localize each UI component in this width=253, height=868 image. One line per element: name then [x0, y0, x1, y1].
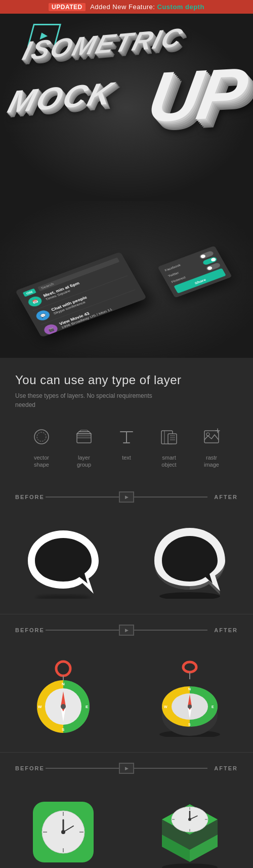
ba-line-left-3	[46, 768, 119, 769]
before-label-1: BEFORE	[15, 494, 46, 500]
layer-icon-vector-shape: vectorshape	[21, 424, 62, 469]
chat-bubble-before-panel	[0, 513, 126, 609]
mockup-layers: Download Facebook Twitter Pinterest Shar…	[15, 206, 238, 348]
svg-point-43	[162, 863, 218, 868]
compass-panels: N S E W	[0, 646, 253, 747]
layer-types-section: You can use any type of layer Use these …	[0, 358, 253, 481]
hero-word-up: UP	[142, 52, 250, 139]
ba-line-right-3	[134, 768, 207, 769]
ba-arrow-1	[119, 491, 134, 503]
layer-group-label: layergroup	[77, 454, 91, 469]
layer-types-subtitle: Use these types of layers. No special re…	[15, 391, 157, 409]
vector-shape-icon	[28, 424, 55, 450]
updated-badge: UPDATED	[49, 3, 86, 11]
compass-before-panel: N S E W	[0, 646, 126, 747]
list-icon-2: 💬	[34, 309, 52, 322]
before-label-2: BEFORE	[15, 627, 46, 633]
banner-highlight-text: Custom depth	[157, 3, 204, 11]
svg-text:E: E	[212, 705, 214, 709]
rastr-image-label: rastrimage	[204, 454, 219, 469]
rastr-image-icon	[198, 424, 225, 450]
list-icon-4: 🔧	[50, 337, 67, 337]
after-label-1: AFTER	[207, 494, 238, 500]
layer-group-icon	[71, 424, 97, 450]
hero-text-container: ISOMETRIC MOCK UP	[0, 14, 253, 201]
compass-flat-svg: N S E W	[23, 656, 104, 737]
ba-line-right-2	[134, 630, 207, 631]
text-label: text	[122, 454, 131, 461]
ba-line-left-1	[46, 497, 119, 498]
ba-row-1: BEFORE AFTER	[0, 491, 253, 503]
on-badge: ON	[23, 288, 36, 297]
svg-text:N: N	[188, 687, 191, 691]
share-label: Share	[194, 278, 206, 285]
svg-point-15	[61, 704, 66, 709]
svg-text:N: N	[62, 682, 65, 686]
clock-flat-svg	[28, 797, 99, 867]
svg-rect-2	[77, 434, 91, 443]
svg-point-21	[183, 662, 196, 672]
compass-3d-svg: N S E W	[147, 656, 233, 737]
chat-bubble-panels	[0, 513, 253, 609]
mockup-section: Download Facebook Twitter Pinterest Shar…	[0, 201, 253, 358]
ba-row-3: BEFORE AFTER	[0, 763, 253, 774]
svg-point-8	[159, 592, 220, 599]
svg-rect-4	[168, 434, 177, 444]
text-icon	[113, 424, 140, 450]
layer-icon-smart-object: smartobject	[149, 424, 189, 469]
chat-bubble-after-panel	[126, 513, 253, 609]
list-icon-3: 🎬	[42, 323, 59, 336]
svg-text:S: S	[188, 723, 191, 726]
clock-panels	[0, 784, 253, 868]
ba-arrow-2	[119, 625, 134, 636]
svg-point-0	[34, 430, 49, 444]
vector-shape-label: vectorshape	[34, 454, 49, 469]
list-icon-1: 📅	[26, 295, 44, 308]
svg-text:W: W	[38, 705, 42, 709]
layer-icons-row: vectorshape layergroup tex	[15, 424, 238, 469]
chat-bubble-flat-svg	[23, 523, 104, 599]
hero-word-mock: MOCK	[4, 75, 118, 120]
main-list-layer: ON Search 📅 Meet, min at 6pm Times Squar…	[15, 252, 147, 337]
layer-types-title: You can use any type of layer	[15, 373, 238, 387]
svg-point-1	[37, 432, 46, 441]
ba-line-left-2	[46, 630, 119, 631]
layer-icon-layer-group: layergroup	[64, 424, 104, 469]
svg-text:W: W	[164, 705, 167, 709]
before-after-section-3: BEFORE AFTER	[0, 753, 253, 868]
layer-icon-text: text	[106, 424, 147, 461]
compass-after-panel: N S E W	[126, 646, 253, 747]
svg-point-7	[35, 595, 91, 599]
ba-line-right-1	[134, 497, 207, 498]
hero-section: ISOMETRIC MOCK UP	[0, 14, 253, 201]
svg-point-9	[56, 662, 70, 676]
list-sub-4: As fast as possible	[68, 325, 109, 337]
before-after-section-2: BEFORE AFTER	[0, 614, 253, 752]
layer-icon-rastr-image: rastrimage	[191, 424, 232, 469]
svg-point-28	[188, 705, 192, 709]
before-label-3: BEFORE	[15, 765, 46, 771]
svg-text:S: S	[62, 727, 65, 732]
chat-bubble-3d-svg	[147, 523, 233, 599]
before-after-section-1: BEFORE AFTER	[0, 481, 253, 614]
ba-arrow-3	[119, 763, 134, 774]
smart-object-label: smartobject	[161, 454, 176, 469]
clock-before-panel	[0, 784, 126, 868]
top-banner: UPDATED Added New Feature: Custom depth	[0, 0, 253, 14]
clock-after-panel	[126, 784, 253, 868]
clock-3d-svg	[147, 794, 233, 868]
social-layer: Facebook Twitter Pinterest Share	[157, 245, 232, 298]
banner-main-text: Added New Feature:	[90, 3, 155, 11]
svg-text:E: E	[86, 705, 89, 709]
after-label-2: AFTER	[207, 627, 238, 633]
svg-point-52	[188, 818, 191, 821]
svg-point-42	[61, 830, 65, 834]
ba-row-2: BEFORE AFTER	[0, 625, 253, 636]
smart-object-icon	[156, 424, 182, 450]
after-label-3: AFTER	[207, 765, 238, 771]
